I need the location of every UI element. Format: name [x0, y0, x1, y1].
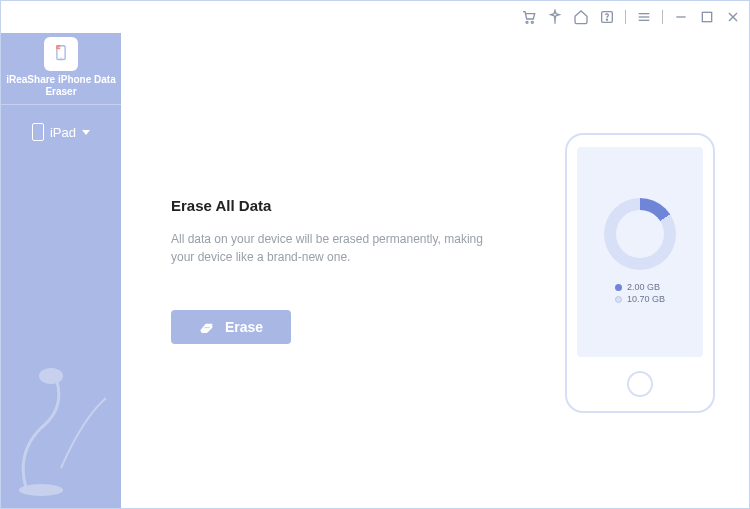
- svg-rect-8: [702, 12, 711, 21]
- titlebar: [1, 1, 749, 33]
- storage-donut-chart: [604, 198, 676, 270]
- svg-point-3: [606, 19, 607, 20]
- phone-screen: 2.00 GB 10.70 GB: [577, 147, 703, 357]
- menu-icon[interactable]: [636, 9, 652, 25]
- help-icon[interactable]: [599, 9, 615, 25]
- eraser-icon: [199, 321, 215, 333]
- svg-point-15: [39, 368, 63, 384]
- device-icon: [32, 123, 44, 141]
- svg-point-16: [19, 484, 63, 496]
- legend-dot-used: [615, 284, 622, 291]
- svg-point-14: [60, 57, 61, 58]
- svg-text:iOS: iOS: [58, 46, 62, 48]
- content: Erase All Data All data on your device w…: [171, 197, 501, 344]
- erase-button-label: Erase: [225, 319, 263, 335]
- brand-icon: iOS: [44, 37, 78, 71]
- separator: [662, 10, 663, 24]
- legend-dot-free: [615, 296, 622, 303]
- sidebar-decoration: [11, 358, 111, 498]
- brand-title: iReaShare iPhone Data Eraser: [1, 74, 121, 98]
- page-description: All data on your device will be erased p…: [171, 230, 501, 266]
- tag-icon[interactable]: [547, 9, 563, 25]
- device-dropdown[interactable]: iPad: [32, 123, 90, 141]
- phone-preview: 2.00 GB 10.70 GB: [565, 133, 715, 413]
- device-label: iPad: [50, 125, 76, 140]
- donut-hole: [616, 210, 664, 258]
- main-panel: Erase All Data All data on your device w…: [121, 33, 749, 508]
- erase-button[interactable]: Erase: [171, 310, 291, 344]
- legend-row-free: 10.70 GB: [615, 294, 665, 304]
- app-body: iOS iReaShare iPhone Data Eraser iPad Er…: [1, 33, 749, 508]
- home-icon[interactable]: [573, 9, 589, 25]
- page-heading: Erase All Data: [171, 197, 501, 214]
- svg-point-1: [531, 21, 533, 23]
- minimize-icon[interactable]: [673, 9, 689, 25]
- svg-point-0: [526, 21, 528, 23]
- phone-home-button: [627, 371, 653, 397]
- separator: [625, 10, 626, 24]
- chart-legend: 2.00 GB 10.70 GB: [615, 280, 665, 306]
- chevron-down-icon: [82, 130, 90, 135]
- cart-icon[interactable]: [521, 9, 537, 25]
- brand: iOS iReaShare iPhone Data Eraser: [1, 33, 121, 105]
- close-icon[interactable]: [725, 9, 741, 25]
- maximize-icon[interactable]: [699, 9, 715, 25]
- legend-label-free: 10.70 GB: [627, 294, 665, 304]
- legend-label-used: 2.00 GB: [627, 282, 660, 292]
- sidebar: iOS iReaShare iPhone Data Eraser iPad: [1, 33, 121, 508]
- legend-row-used: 2.00 GB: [615, 282, 665, 292]
